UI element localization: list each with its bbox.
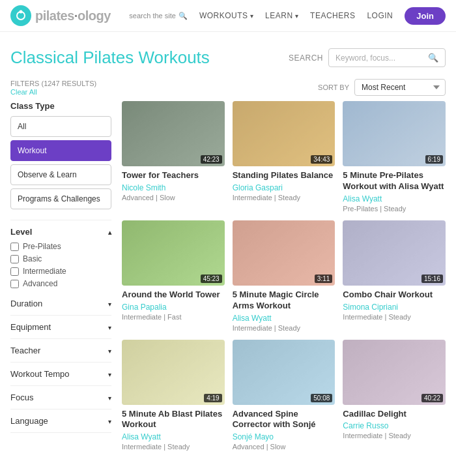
duration-chevron	[108, 299, 111, 308]
checkbox-basic-input[interactable]	[10, 255, 19, 263]
nav-teachers[interactable]: TEACHERS	[310, 11, 355, 20]
video-duration: 6:19	[425, 155, 443, 164]
logo: pilates·ology	[10, 5, 111, 26]
video-grid: 42:23 Tower for Teachers Nicole Smith Ad…	[122, 101, 446, 451]
sort-bar: SORT BY Most Recent Most Popular A-Z	[318, 79, 446, 96]
video-instructor[interactable]: Carrie Russo	[343, 421, 446, 430]
video-duration: 42:23	[201, 155, 222, 164]
svg-point-2	[20, 10, 23, 14]
equipment-filter[interactable]: Equipment	[10, 316, 111, 339]
checkbox-pre-pilates: Pre-Pilates	[10, 242, 111, 251]
video-instructor[interactable]: Alisa Wyatt	[233, 314, 335, 323]
sort-label: SORT BY	[318, 83, 349, 91]
chevron-down-icon	[295, 11, 299, 20]
nav-workouts[interactable]: WORKOUTS	[199, 11, 253, 20]
video-title: Standing Pilates Balance	[233, 170, 335, 181]
nav-login[interactable]: LOGIN	[367, 11, 393, 20]
video-thumbnail: 3:11	[233, 220, 335, 286]
search-icon: 🔍	[178, 12, 188, 20]
video-title: 5 Minute Ab Blast Pilates Workout	[122, 409, 225, 431]
join-button[interactable]: Join	[405, 7, 446, 25]
video-meta: Intermediate | Steady	[343, 313, 446, 321]
video-instructor[interactable]: Sonjé Mayo	[233, 432, 335, 441]
duration-filter[interactable]: Duration	[10, 292, 111, 316]
nav-learn-label: LEARN	[265, 11, 293, 20]
filter-observe-learn[interactable]: Observe & Learn	[10, 164, 111, 185]
video-instructor[interactable]: Nicole Smith	[122, 183, 225, 192]
video-instructor[interactable]: Alisa Wyatt	[122, 432, 225, 441]
checkbox-pre-pilates-input[interactable]	[10, 243, 19, 251]
video-instructor[interactable]: Simona Cipriani	[343, 303, 446, 312]
video-thumbnail: 15:16	[343, 220, 446, 286]
focus-chevron	[108, 393, 111, 402]
video-meta: Intermediate | Steady	[343, 432, 446, 439]
video-duration: 45:23	[201, 275, 222, 283]
video-thumbnail: 50:08	[233, 340, 335, 405]
teacher-filter[interactable]: Teacher	[10, 339, 111, 363]
video-duration: 3:11	[315, 275, 332, 283]
search-input[interactable]: Keyword, focus... 🔍	[328, 48, 446, 67]
search-icon: 🔍	[428, 53, 438, 63]
video-card[interactable]: 4:19 5 Minute Ab Blast Pilates Workout A…	[122, 340, 225, 451]
equipment-label: Equipment	[10, 322, 51, 332]
checkbox-basic: Basic	[10, 254, 111, 263]
filters-bar: FILTERS (1247 RESULTS) Clear All SORT BY…	[0, 76, 456, 101]
video-card[interactable]: 6:19 5 Minute Pre-Pilates Workout with A…	[343, 101, 446, 213]
video-card[interactable]: 50:08 Advanced Spine Corrector with Sonj…	[233, 340, 335, 451]
level-chevron-up	[108, 227, 111, 237]
workout-tempo-filter[interactable]: Workout Tempo	[10, 363, 111, 386]
video-thumbnail: 4:19	[122, 340, 225, 405]
sort-select[interactable]: Most Recent Most Popular A-Z	[354, 79, 446, 96]
video-card[interactable]: 42:23 Tower for Teachers Nicole Smith Ad…	[122, 101, 225, 213]
video-thumbnail: 42:23	[122, 101, 225, 166]
video-meta: Intermediate | Steady	[122, 443, 225, 451]
video-meta: Pre-Pilates | Steady	[343, 205, 446, 213]
video-card[interactable]: 3:11 5 Minute Magic Circle Arms Workout …	[233, 220, 335, 332]
workout-tempo-chevron	[108, 369, 111, 379]
teacher-label: Teacher	[10, 346, 40, 355]
video-instructor[interactable]: Alisa Wyatt	[343, 194, 446, 203]
filter-workout[interactable]: Workout	[10, 140, 111, 161]
video-title: Cadillac Delight	[343, 409, 446, 420]
language-filter[interactable]: Language	[10, 409, 111, 433]
clear-all-link[interactable]: Clear All	[10, 88, 96, 96]
filter-programs-challenges[interactable]: Programs & Challenges	[10, 188, 111, 209]
video-title: Around the World Tower	[122, 290, 225, 301]
nav-workouts-label: WORKOUTS	[199, 11, 248, 20]
language-label: Language	[10, 416, 48, 426]
video-title: Advanced Spine Corrector with Sonjé	[233, 409, 335, 431]
video-duration: 4:19	[204, 394, 221, 402]
video-card[interactable]: 34:43 Standing Pilates Balance Gloria Ga…	[233, 101, 335, 213]
nav-learn[interactable]: LEARN	[265, 11, 298, 20]
main-layout: Class Type All Workout Observe & Learn P…	[0, 101, 456, 451]
level-filter: Level Pre-Pilates Basic Intermediate Adv…	[10, 227, 111, 288]
video-instructor[interactable]: Gloria Gaspari	[233, 183, 335, 192]
focus-label: Focus	[10, 393, 33, 402]
site-search-label: search the site	[129, 12, 176, 20]
language-chevron	[108, 416, 111, 426]
search-label: SEARCH	[289, 53, 323, 63]
checkbox-advanced-input[interactable]	[10, 280, 19, 288]
checkbox-advanced: Advanced	[10, 279, 111, 288]
site-search[interactable]: search the site 🔍	[129, 12, 188, 20]
video-thumbnail: 40:22	[343, 340, 446, 405]
duration-label: Duration	[10, 299, 42, 308]
focus-filter[interactable]: Focus	[10, 386, 111, 409]
sidebar-divider	[10, 220, 111, 220]
search-placeholder: Keyword, focus...	[335, 53, 395, 63]
video-card[interactable]: 40:22 Cadillac Delight Carrie Russo Inte…	[343, 340, 446, 451]
video-duration: 50:08	[311, 394, 332, 402]
video-title: 5 Minute Pre-Pilates Workout with Alisa …	[343, 170, 446, 192]
search-bar-area: SEARCH Keyword, focus... 🔍	[289, 48, 446, 67]
video-meta: Intermediate | Steady	[233, 194, 335, 201]
main-nav: search the site 🔍 WORKOUTS LEARN TEACHER…	[129, 7, 446, 25]
video-meta: Intermediate | Fast	[122, 313, 225, 321]
nav-login-label: LOGIN	[367, 11, 393, 20]
filter-all[interactable]: All	[10, 116, 111, 137]
logo-text: pilates·ology	[35, 8, 111, 23]
video-card[interactable]: 15:16 Combo Chair Workout Simona Ciprian…	[343, 220, 446, 332]
video-meta: Advanced | Slow	[122, 194, 225, 201]
checkbox-intermediate-input[interactable]	[10, 267, 19, 276]
video-card[interactable]: 45:23 Around the World Tower Gina Papali…	[122, 220, 225, 332]
video-instructor[interactable]: Gina Papalia	[122, 303, 225, 312]
